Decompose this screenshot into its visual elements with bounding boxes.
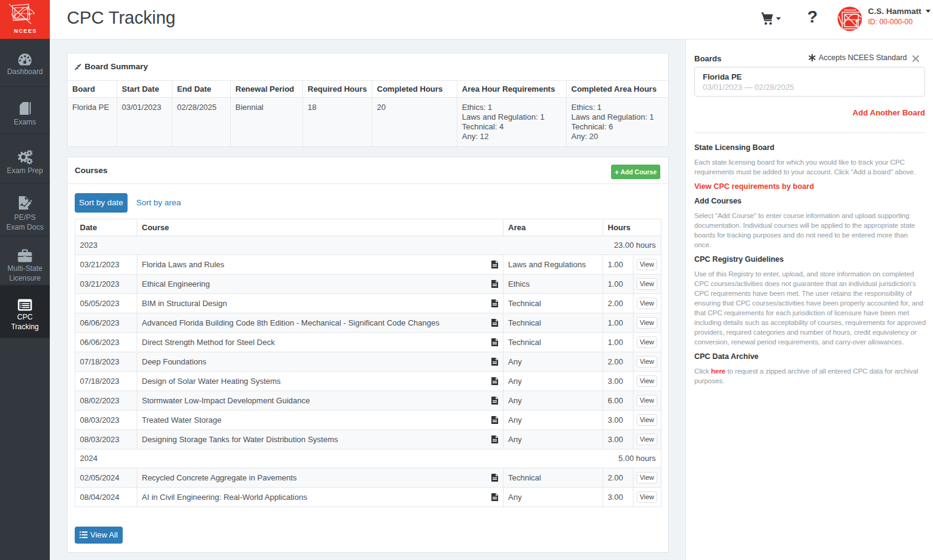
svg-text:NCEES: NCEES — [14, 28, 37, 34]
